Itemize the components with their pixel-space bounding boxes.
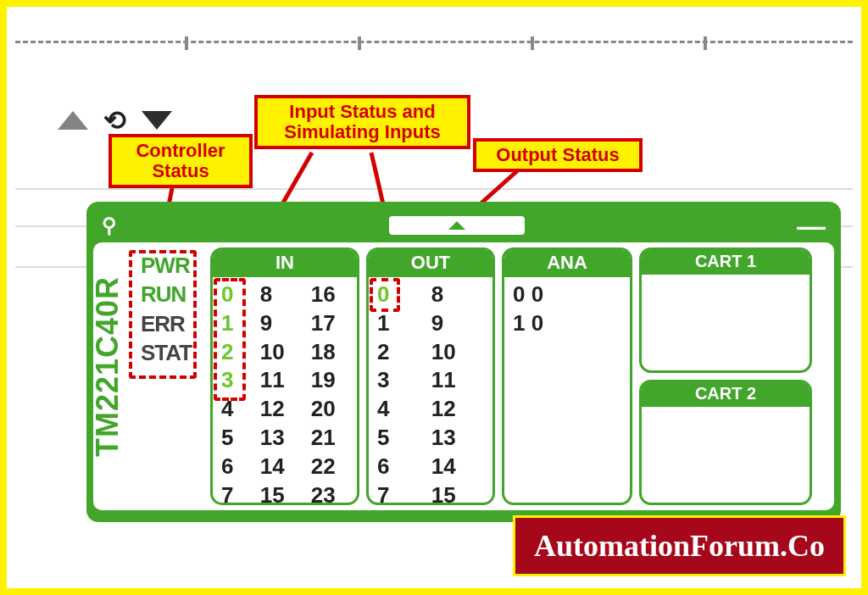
outputs-header: OUT bbox=[369, 250, 492, 277]
in-channel-5[interactable]: 5 bbox=[221, 424, 247, 453]
analog-values: 0 01 0 bbox=[504, 277, 630, 503]
in-channel-4[interactable]: 4 bbox=[221, 395, 247, 424]
status-led-run: RUN bbox=[141, 280, 195, 309]
out-channel-13: 13 bbox=[431, 424, 484, 453]
out-channel-6: 6 bbox=[377, 453, 418, 481]
in-channel-12[interactable]: 12 bbox=[260, 395, 298, 424]
analog-channel-0: 0 0 bbox=[513, 281, 621, 309]
in-channel-21[interactable]: 21 bbox=[311, 424, 348, 453]
in-channel-18[interactable]: 18 bbox=[311, 338, 348, 367]
outputs-column: OUT 0123456789101112131415 bbox=[366, 247, 495, 505]
plc-body: PWRRUNERRSTAT IN 01234567891011121314151… bbox=[93, 242, 834, 510]
in-channel-2[interactable]: 2 bbox=[221, 338, 247, 367]
plc-status-panel: ⚲ — PWRRUNERRSTAT IN 0123456789101112131… bbox=[86, 202, 841, 522]
cartridge-stack: CART 1 CART 2 bbox=[639, 247, 812, 505]
inputs-column: IN 0123456789101112131415161718192021222… bbox=[210, 247, 359, 505]
nav-row: ⟲ bbox=[58, 104, 172, 136]
analog-header: ANA bbox=[504, 250, 630, 277]
out-channel-2: 2 bbox=[377, 338, 418, 367]
status-led-stat: STAT bbox=[141, 338, 195, 367]
in-channel-1[interactable]: 1 bbox=[221, 309, 247, 338]
controller-status-list: PWRRUNERRSTAT bbox=[132, 247, 203, 505]
in-channel-16[interactable]: 16 bbox=[311, 281, 348, 309]
cartridge-slot-2: CART 2 bbox=[639, 380, 812, 505]
in-channel-10[interactable]: 10 bbox=[260, 338, 298, 367]
model-label: TM221C40R bbox=[90, 276, 125, 457]
plc-titlebar: ⚲ — bbox=[93, 209, 834, 242]
in-channel-7[interactable]: 7 bbox=[221, 481, 247, 503]
in-channel-23[interactable]: 23 bbox=[311, 481, 348, 503]
inputs-grid[interactable]: 01234567891011121314151617181920212223 bbox=[213, 277, 357, 503]
out-channel-1: 1 bbox=[377, 309, 418, 338]
out-channel-15: 15 bbox=[431, 481, 484, 503]
triangle-up-icon bbox=[448, 221, 465, 230]
out-channel-5: 5 bbox=[377, 424, 418, 453]
cartridge-2-header: CART 2 bbox=[642, 382, 810, 407]
outputs-grid: 0123456789101112131415 bbox=[369, 277, 492, 503]
in-channel-14[interactable]: 14 bbox=[260, 453, 298, 481]
out-channel-12: 12 bbox=[431, 395, 484, 424]
pin-icon[interactable]: ⚲ bbox=[102, 214, 117, 237]
in-channel-9[interactable]: 9 bbox=[260, 309, 298, 338]
inputs-header: IN bbox=[213, 250, 357, 277]
analog-column: ANA 0 01 0 bbox=[502, 247, 632, 505]
in-channel-13[interactable]: 13 bbox=[260, 424, 298, 453]
status-led-err: ERR bbox=[141, 309, 195, 338]
out-channel-0: 0 bbox=[377, 281, 418, 309]
cartridge-1-body bbox=[642, 275, 810, 370]
in-channel-6[interactable]: 6 bbox=[221, 453, 247, 481]
controller-status-column: PWRRUNERRSTAT bbox=[132, 247, 203, 505]
cartridge-slot-1: CART 1 bbox=[639, 247, 812, 373]
out-channel-3: 3 bbox=[377, 366, 418, 395]
status-led-pwr: PWR bbox=[141, 251, 195, 280]
analog-channel-1: 1 0 bbox=[513, 309, 621, 338]
in-channel-20[interactable]: 20 bbox=[311, 395, 348, 424]
expand-tab[interactable] bbox=[389, 216, 525, 235]
cartridge-1-header: CART 1 bbox=[642, 250, 810, 275]
in-channel-19[interactable]: 19 bbox=[311, 366, 348, 395]
out-channel-7: 7 bbox=[377, 481, 418, 503]
out-channel-14: 14 bbox=[431, 453, 484, 481]
out-channel-8: 8 bbox=[431, 281, 484, 309]
in-channel-3[interactable]: 3 bbox=[221, 366, 247, 395]
out-channel-10: 10 bbox=[431, 338, 484, 367]
out-channel-4: 4 bbox=[377, 395, 418, 424]
in-channel-11[interactable]: 11 bbox=[260, 366, 298, 395]
cartridge-2-body bbox=[642, 407, 810, 503]
brand-watermark: AutomationForum.Co bbox=[513, 515, 846, 576]
ruler-line bbox=[15, 41, 853, 44]
out-channel-9: 9 bbox=[431, 309, 484, 338]
scroll-down-icon[interactable] bbox=[142, 111, 172, 130]
callout-output-status: Output Status bbox=[473, 138, 643, 172]
in-channel-22[interactable]: 22 bbox=[311, 453, 348, 481]
callout-input-status: Input Status and Simulating Inputs bbox=[254, 95, 470, 149]
in-channel-15[interactable]: 15 bbox=[260, 481, 298, 503]
in-channel-17[interactable]: 17 bbox=[311, 309, 348, 338]
in-channel-8[interactable]: 8 bbox=[260, 281, 298, 309]
callout-controller-status: Controller Status bbox=[108, 134, 253, 188]
scroll-up-icon[interactable] bbox=[58, 111, 88, 130]
out-channel-11: 11 bbox=[431, 366, 484, 395]
in-channel-0[interactable]: 0 bbox=[221, 281, 247, 309]
refresh-icon[interactable]: ⟲ bbox=[103, 104, 126, 136]
